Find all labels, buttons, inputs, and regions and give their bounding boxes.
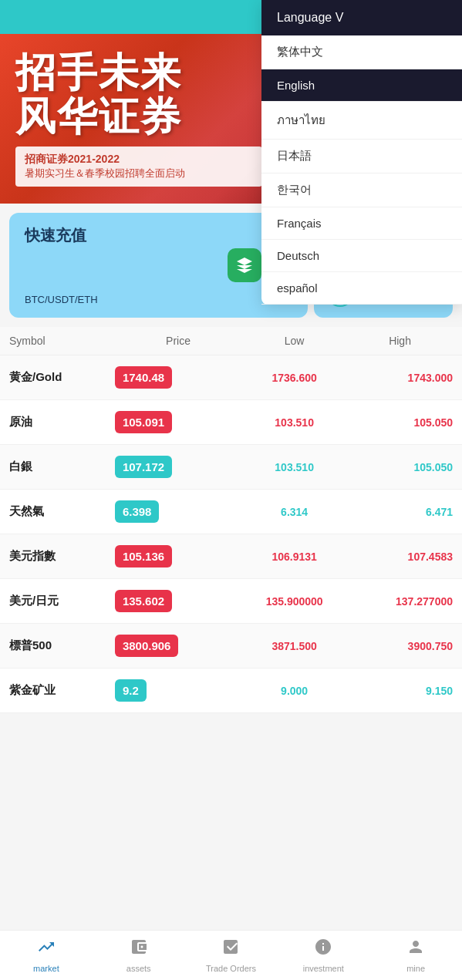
symbol-name: 原油 [9, 415, 115, 429]
high-value: 137.277000 [347, 595, 453, 608]
low-value: 9.000 [241, 685, 347, 697]
quick-deposit-subtitle: BTC/USDT/ETH [25, 294, 292, 305]
symbol-name: 美元指數 [9, 549, 115, 564]
low-value: 103.510 [241, 461, 347, 473]
lang-option-french[interactable]: Français [261, 207, 462, 240]
header-low: Low [241, 335, 347, 347]
table-row[interactable]: 美元/日元 135.602 135.900000 137.277000 [0, 579, 462, 624]
table-row[interactable]: 美元指數 105.136 106.9131 107.4583 [0, 534, 462, 579]
nav-item-assets[interactable]: assets [93, 938, 185, 973]
nav-label-assets: assets [126, 964, 151, 973]
table-row[interactable]: 原油 105.091 103.510 105.050 [0, 400, 462, 445]
price-badge: 6.398 [115, 500, 160, 523]
banner-subtitle: 招商证券2021-2022 暑期实习生＆春季校园招聘全面启动 [15, 146, 262, 187]
high-value: 3900.750 [347, 640, 453, 652]
nav-label-trade-orders: Trade Orders [206, 964, 256, 973]
high-value: 6.471 [347, 506, 453, 518]
lang-option-spanish[interactable]: español [261, 272, 462, 305]
market-icon [37, 938, 56, 961]
high-value: 105.050 [347, 416, 453, 429]
lang-option-german[interactable]: Deutsch [261, 240, 462, 272]
price-badge: 9.2 [115, 679, 147, 702]
high-value: 105.050 [347, 461, 453, 473]
nav-item-trade-orders[interactable]: Trade Orders [185, 938, 278, 973]
symbol-name: 紫金矿业 [9, 683, 115, 698]
lang-header-title: Language V [277, 11, 343, 25]
table-row[interactable]: 白銀 107.172 103.510 105.050 [0, 445, 462, 490]
lang-option-traditional-chinese[interactable]: 繁体中文 [261, 35, 462, 69]
symbol-name: 美元/日元 [9, 594, 115, 608]
lang-option-korean[interactable]: 한국어 [261, 173, 462, 207]
price-badge: 135.602 [115, 590, 172, 612]
investment-icon [314, 938, 332, 961]
nav-item-investment[interactable]: investment [277, 938, 369, 973]
deposit-icon-green [228, 248, 261, 282]
table-row[interactable]: 標普500 3800.906 3871.500 3900.750 [0, 624, 462, 668]
high-value: 107.4583 [347, 551, 453, 563]
nav-item-market[interactable]: market [0, 938, 93, 973]
market-table: Symbol Price Low High 黄金/Gold 1740.48 17… [0, 327, 462, 713]
bottom-nav: market assets Trade Orders investment [0, 930, 462, 980]
table-row[interactable]: 紫金矿业 9.2 9.000 9.150 [0, 668, 462, 713]
low-value: 3871.500 [241, 640, 347, 652]
price-badge: 3800.906 [115, 635, 179, 657]
lang-option-english[interactable]: English [261, 69, 462, 102]
low-value: 106.9131 [241, 551, 347, 563]
price-badge: 105.091 [115, 411, 172, 433]
banner-subtitle-line2: 暑期实习生＆春季校园招聘全面启动 [25, 167, 253, 180]
low-value: 6.314 [241, 506, 347, 518]
price-badge: 105.136 [115, 545, 172, 567]
assets-icon [130, 938, 148, 961]
mine-icon [406, 938, 425, 961]
low-value: 1736.600 [241, 372, 347, 384]
low-value: 135.900000 [241, 595, 347, 608]
nav-label-mine: mine [406, 964, 425, 973]
header-symbol: Symbol [9, 335, 115, 347]
symbol-name: 白銀 [9, 460, 115, 474]
symbol-name: 標普500 [9, 638, 115, 653]
lang-dropdown-header: Language V [261, 0, 462, 35]
nav-label-market: market [33, 964, 59, 973]
lang-option-japanese[interactable]: 日本語 [261, 140, 462, 173]
nav-item-mine[interactable]: mine [369, 938, 462, 973]
table-row[interactable]: 天然氣 6.398 6.314 6.471 [0, 490, 462, 534]
trade-orders-icon [221, 938, 240, 961]
price-badge: 1740.48 [115, 366, 172, 389]
nav-label-investment: investment [303, 964, 344, 973]
header-price: Price [115, 335, 241, 347]
language-dropdown: Language V 繁体中文 English ภาษาไทย 日本語 한국어 … [261, 0, 462, 305]
price-badge: 107.172 [115, 456, 172, 478]
high-value: 1743.000 [347, 372, 453, 384]
lang-option-thai[interactable]: ภาษาไทย [261, 102, 462, 140]
table-header: Symbol Price Low High [0, 327, 462, 355]
quick-deposit-title: 快速充值 [25, 225, 292, 246]
low-value: 103.510 [241, 416, 347, 429]
high-value: 9.150 [347, 685, 453, 697]
symbol-name: 天然氣 [9, 504, 115, 519]
banner-subtitle-line1: 招商证券2021-2022 [25, 153, 253, 167]
header-high: High [347, 335, 453, 347]
table-row[interactable]: 黄金/Gold 1740.48 1736.600 1743.000 [0, 355, 462, 400]
symbol-name: 黄金/Gold [9, 370, 115, 385]
